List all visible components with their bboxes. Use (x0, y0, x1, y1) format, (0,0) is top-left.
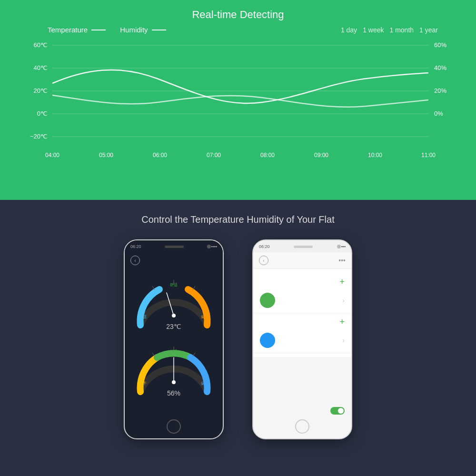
gauge-area-1: 23℃ 舒适 偏热 舒适 (125, 268, 223, 406)
temperature-gauge: 23℃ 舒适 偏热 舒适 (131, 273, 217, 335)
humidity-gauge: 56% 偏干 偏湿 舒适 (131, 339, 217, 401)
svg-text:20%: 20% (434, 87, 446, 94)
list-dot-green (260, 293, 275, 308)
bottom-section: Control the Temperature Humidity of Your… (0, 200, 476, 476)
list-dot-blue (260, 333, 275, 348)
svg-text:−20℃: −20℃ (30, 133, 48, 140)
add-btn-row-1: + (253, 273, 351, 288)
chevron-icon-2: › (342, 337, 345, 344)
bottom-title: Control the Temperature Humidity of Your… (141, 214, 334, 225)
svg-text:06:00: 06:00 (153, 152, 167, 159)
add-icon-2[interactable]: + (339, 317, 345, 327)
humidity-label: Humidity (120, 26, 148, 34)
svg-text:偏干: 偏干 (139, 381, 147, 386)
svg-text:56%: 56% (167, 389, 180, 397)
svg-text:偏湿: 偏湿 (201, 381, 208, 386)
time-filters: 1 day 1 week 1 month 1 year (341, 26, 438, 34)
toggle-switch[interactable] (330, 407, 345, 415)
list-item-2[interactable]: › (253, 328, 351, 353)
chevron-icon-1: › (342, 297, 345, 304)
page-title: Real-time Detecting (10, 0, 466, 26)
svg-point-26 (172, 314, 176, 317)
phone1-time: 06:20 (130, 244, 141, 249)
svg-text:23℃: 23℃ (166, 323, 181, 330)
filter-1month[interactable]: 1 month (389, 26, 414, 34)
temperature-label: Temperature (48, 26, 88, 34)
phone2-content: + › + › (253, 269, 351, 357)
temperature-line (91, 30, 106, 30)
phone-dark: 06:20 ▪▪▪▪ ‹ (124, 239, 224, 439)
svg-text:20℃: 20℃ (34, 87, 48, 94)
svg-text:05:00: 05:00 (99, 152, 113, 159)
filter-1week[interactable]: 1 week (363, 26, 384, 34)
svg-text:04:00: 04:00 (45, 152, 60, 159)
phone1-nav: ‹ (125, 253, 223, 268)
svg-text:08:00: 08:00 (260, 152, 275, 159)
filter-1day[interactable]: 1 day (341, 26, 357, 34)
top-section: Real-time Detecting Temperature Humidity… (0, 0, 476, 200)
humidity-legend: Humidity (120, 26, 166, 34)
svg-point-35 (172, 380, 176, 384)
phone2-menu-icon[interactable]: ••• (338, 257, 346, 264)
add-btn-row-2: + (253, 313, 351, 328)
phone1-back-btn[interactable]: ‹ (130, 256, 140, 265)
phone-light: 06:20 ▪▪▪ ‹ ••• + › (252, 239, 352, 439)
phones-row: 06:20 ▪▪▪▪ ‹ (124, 239, 352, 439)
svg-text:11:00: 11:00 (421, 152, 436, 159)
svg-text:07:00: 07:00 (207, 152, 221, 159)
chart-svg: 60℃ 40℃ 20℃ 0℃ −20℃ 60% 40% 20% 0% 04:00… (24, 36, 452, 169)
svg-text:偏热: 偏热 (201, 315, 208, 319)
legend-row: Temperature Humidity 1 day 1 week 1 mont… (10, 26, 466, 34)
svg-text:舒适: 舒适 (170, 283, 178, 287)
legend-left: Temperature Humidity (48, 26, 166, 34)
filter-1year[interactable]: 1 year (419, 26, 438, 34)
svg-text:60%: 60% (434, 41, 446, 49)
chart-container: 60℃ 40℃ 20℃ 0℃ −20℃ 60% 40% 20% 0% 04:00… (24, 36, 452, 169)
humidity-line (152, 30, 166, 30)
phone2-home-btn[interactable] (295, 419, 309, 434)
svg-text:10:00: 10:00 (368, 152, 382, 159)
svg-text:40℃: 40℃ (34, 64, 48, 71)
phone1-speaker (165, 246, 184, 248)
svg-text:09:00: 09:00 (314, 152, 328, 159)
svg-text:舒适: 舒适 (139, 315, 147, 319)
phone2-nav: ‹ ••• (253, 253, 351, 268)
svg-text:40%: 40% (434, 64, 446, 71)
phone2-signal: ▪▪▪ (341, 244, 346, 249)
phone2-time: 06:20 (259, 244, 270, 249)
phone1-camera (207, 245, 211, 248)
list-item-1[interactable]: › (253, 288, 351, 313)
phone2-speaker (294, 246, 313, 248)
toggle-row (330, 407, 345, 415)
phone1-home-btn[interactable] (167, 419, 181, 434)
phone2-back-btn[interactable]: ‹ (259, 256, 268, 265)
svg-text:0℃: 0℃ (37, 110, 48, 117)
toggle-knob (338, 408, 344, 414)
svg-text:60℃: 60℃ (34, 41, 48, 49)
phone2-camera (337, 245, 341, 248)
add-icon-1[interactable]: + (339, 277, 345, 287)
phone1-top-bar: 06:20 ▪▪▪▪ (125, 240, 223, 253)
svg-text:0%: 0% (434, 110, 443, 117)
temperature-legend: Temperature (48, 26, 106, 34)
svg-text:舒适: 舒适 (170, 349, 178, 354)
phone1-signal: ▪▪▪▪ (211, 244, 217, 249)
phone2-top-bar: 06:20 ▪▪▪ (253, 240, 351, 253)
